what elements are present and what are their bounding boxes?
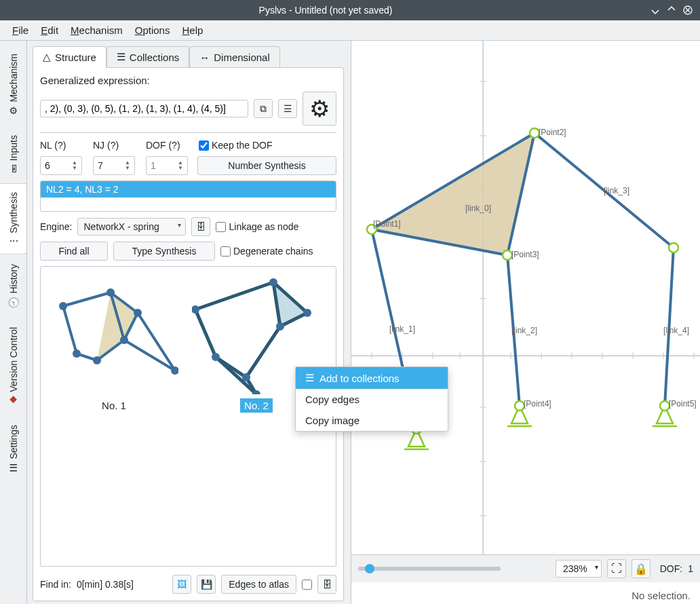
label-link0: [link_0]: [465, 204, 491, 213]
menu-add-to-collections[interactable]: ☰ Add to collections: [296, 367, 448, 389]
gear-icon[interactable]: ⚙: [303, 92, 336, 126]
svg-line-4: [138, 313, 175, 371]
image-icon[interactable]: 🖼: [172, 575, 191, 594]
edges-to-atlas-button[interactable]: Edges to atlas: [221, 575, 296, 594]
dof-spinbox[interactable]: 1▲▼: [146, 156, 188, 175]
svg-point-73: [515, 401, 524, 411]
svg-point-31: [303, 309, 311, 317]
svg-point-16: [93, 356, 101, 364]
menu-file[interactable]: File: [7, 22, 34, 39]
label-point4: [Point4]: [524, 399, 551, 409]
nj-label: NJ (?): [93, 140, 135, 151]
number-synthesis-button[interactable]: Number Synthesis: [197, 156, 336, 175]
tab-structure[interactable]: △ Structure: [33, 46, 106, 68]
list-item[interactable]: NL2 = 4, NL3 = 2: [41, 181, 336, 197]
vtab-history[interactable]: 🕓 History: [0, 255, 26, 317]
vtab-settings[interactable]: ☰ Settings: [0, 416, 26, 482]
maximize-icon[interactable]: [665, 3, 678, 17]
nj-spinbox[interactable]: 7▲▼: [93, 156, 135, 175]
findin-value: 0[min] 0.38[s]: [77, 579, 167, 590]
triangle-icon: △: [43, 51, 51, 63]
degenerate-checkbox[interactable]: Degenerate chains: [220, 246, 313, 257]
atlas-caption-1: No. 1: [98, 398, 130, 413]
generalized-label: Generalized expression:: [40, 75, 336, 86]
lock-icon[interactable]: 🔒: [631, 559, 650, 578]
menu-help[interactable]: Help: [176, 22, 208, 39]
svg-point-12: [106, 288, 115, 297]
find-all-button[interactable]: Find all: [40, 242, 108, 261]
synthesis-result-list[interactable]: NL2 = 4, NL3 = 2: [40, 181, 336, 212]
expression-input[interactable]: [40, 100, 248, 117]
svg-point-17: [73, 350, 81, 358]
window-title: Pyslvs - Untitled (not yet saved): [5, 5, 646, 16]
stack-icon: ☰: [305, 372, 314, 384]
dimension-icon: ↔: [199, 52, 210, 63]
save-icon[interactable]: 💾: [197, 575, 216, 594]
menu-copy-image[interactable]: Copy image: [296, 410, 448, 431]
window-titlebar: Pyslvs - Untitled (not yet saved): [0, 0, 700, 20]
menu-mechanism[interactable]: Mechanism: [65, 22, 128, 39]
label-point2: [Point2]: [539, 128, 566, 137]
svg-point-69: [530, 128, 539, 138]
svg-line-24: [246, 326, 280, 377]
minimize-icon[interactable]: [648, 3, 662, 17]
svg-point-11: [59, 302, 67, 310]
tab-dimensional[interactable]: ↔ Dimensional: [189, 46, 280, 67]
keep-dof-checkbox[interactable]: Keep the DOF: [199, 140, 273, 151]
db-icon-2[interactable]: 🗄: [317, 575, 336, 594]
label-link3: [link_3]: [604, 186, 629, 195]
atlas-results: No. 1: [40, 266, 336, 567]
menu-edit[interactable]: Edit: [35, 22, 64, 39]
label-link1: [link_1]: [389, 324, 415, 334]
svg-point-71: [669, 243, 678, 252]
close-icon[interactable]: [681, 3, 695, 17]
label-link2: [link_2]: [511, 326, 537, 335]
svg-line-20: [195, 282, 273, 309]
vertical-tabbar: ⚙ Mechanism 🎚 Inputs ⋮ Synthesis 🕓 Histo…: [0, 41, 27, 604]
svg-point-33: [242, 373, 250, 381]
status-noselection: No selection.: [631, 590, 691, 601]
main-canvas[interactable]: /*ticks generated inline below*/: [351, 41, 700, 604]
svg-line-2: [63, 292, 111, 306]
dof-label-synth: DOF (?): [146, 140, 188, 151]
label-point1: [Point1]: [373, 219, 401, 229]
svg-point-32: [276, 322, 284, 331]
vtab-inputs[interactable]: 🎚 Inputs: [0, 126, 26, 182]
menu-options[interactable]: Options: [130, 22, 176, 39]
vtab-version-control[interactable]: ◆ Version Control: [0, 318, 26, 415]
svg-point-74: [660, 401, 669, 411]
type-synthesis-button[interactable]: Type Synthesis: [113, 242, 215, 261]
svg-line-5: [124, 340, 175, 371]
zoom-value[interactable]: 238%: [556, 560, 602, 578]
atlas-thumb-1[interactable]: No. 1: [46, 272, 182, 561]
svg-point-15: [120, 336, 128, 344]
stack-btn-icon[interactable]: ☰: [278, 99, 297, 118]
atlas-checkbox[interactable]: [302, 580, 312, 590]
zoom-slider[interactable]: [358, 567, 501, 571]
nl-spinbox[interactable]: 6▲▼: [40, 156, 82, 175]
vtab-mechanism[interactable]: ⚙ Mechanism: [0, 45, 26, 125]
label-point3: [Point3]: [511, 250, 539, 259]
fit-icon[interactable]: ⛶: [607, 559, 626, 578]
svg-line-27: [216, 357, 256, 394]
svg-point-30: [269, 278, 277, 286]
synthesis-panel: △ Structure ☰ Collections ↔ Dimensional …: [27, 41, 351, 604]
svg-line-8: [63, 306, 77, 354]
linkage-checkbox[interactable]: Linkage as node: [216, 221, 298, 232]
engine-select[interactable]: NetworkX - spring: [77, 218, 186, 235]
nl-label: NL (?): [40, 140, 82, 151]
stack-icon: ☰: [117, 51, 125, 63]
db-icon[interactable]: 🗄: [191, 217, 210, 236]
vtab-synthesis[interactable]: ⋮ Synthesis: [0, 183, 27, 254]
dof-value: 1: [688, 563, 693, 574]
svg-point-13: [134, 309, 142, 317]
menubar: File Edit Mechanism Options Help: [0, 20, 700, 41]
svg-point-34: [212, 353, 220, 361]
menu-copy-edges[interactable]: Copy edges: [296, 389, 448, 410]
svg-line-26: [195, 309, 216, 357]
copy-icon[interactable]: ⧉: [254, 99, 273, 118]
label-link4: [link_4]: [663, 326, 689, 335]
svg-point-70: [503, 250, 512, 260]
label-point5: [Point5]: [669, 399, 697, 409]
tab-collections[interactable]: ☰ Collections: [106, 46, 189, 67]
